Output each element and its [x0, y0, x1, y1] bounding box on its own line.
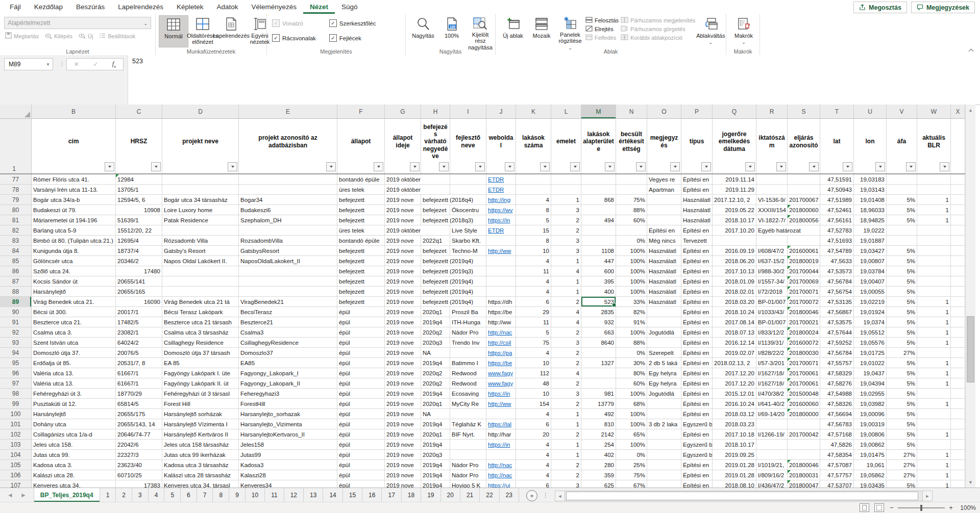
cell-P94[interactable]: Építési en: [681, 348, 713, 358]
cell-G105[interactable]: 2019 nove: [385, 460, 421, 470]
cell-R93[interactable]: I/1139/31/: [756, 338, 788, 348]
cell-T89[interactable]: 47,53135: [820, 297, 854, 307]
cell-X89[interactable]: [951, 297, 965, 307]
cell-O86[interactable]: Használatl: [647, 266, 681, 276]
cell-L89[interactable]: 2: [551, 297, 581, 307]
cell-U106[interactable]: 19,05862: [854, 470, 887, 480]
cell-K87[interactable]: 4: [516, 276, 551, 287]
cell-P87[interactable]: Építési en: [681, 276, 713, 287]
cell-S90[interactable]: 201800046: [788, 307, 820, 317]
zoom-level[interactable]: 100%: [959, 504, 976, 511]
freeze-panes-button[interactable]: ✱ Panelek rögzítése ⌄: [556, 15, 584, 47]
sheet-view-combo[interactable]: Alapértelmezett ⌄: [4, 17, 151, 29]
cell-X103[interactable]: [951, 440, 965, 450]
cell-N103[interactable]: 100%: [616, 440, 647, 450]
cell-F95[interactable]: épül: [337, 358, 385, 368]
cell-U88[interactable]: 19,00055: [854, 287, 887, 297]
cell-S78[interactable]: [788, 185, 820, 195]
cell-S98[interactable]: 201500048: [788, 389, 820, 399]
cell-B92[interactable]: Csalma utca 3.: [32, 327, 116, 338]
row-header-77[interactable]: 77: [0, 174, 32, 185]
cell-O101[interactable]: 3 db 2 laka: [647, 419, 681, 429]
row-header-107[interactable]: 107: [0, 480, 32, 488]
cell-J90[interactable]: https://be: [486, 307, 516, 317]
cell-I106[interactable]: Nádor Pro: [450, 470, 486, 480]
cell-P107[interactable]: Építési en: [681, 480, 713, 488]
cell-O103[interactable]: [647, 440, 681, 450]
cell-X98[interactable]: [951, 389, 965, 399]
cell-C97[interactable]: 61667/1: [116, 378, 162, 389]
cell-H88[interactable]: befejezett (2019q4): [421, 287, 486, 297]
cell-V79[interactable]: 5%: [887, 195, 917, 205]
cell-G104[interactable]: 2019 nove: [385, 450, 421, 460]
cell-N105[interactable]: 25%: [616, 460, 647, 470]
cell-W106[interactable]: 1: [917, 470, 951, 480]
filter-button-S[interactable]: [809, 162, 819, 171]
cell-U78[interactable]: 19,03143: [854, 185, 887, 195]
cell-L102[interactable]: 2: [551, 429, 581, 440]
cell-H85[interactable]: befejezett (2019q4): [421, 256, 486, 266]
cell-L88[interactable]: 1: [551, 287, 581, 297]
cell-U82[interactable]: 19,0222: [854, 225, 887, 236]
cell-D99[interactable]: Forest Hill: [162, 399, 239, 409]
cell-J107[interactable]: https://uj: [486, 480, 516, 488]
cell-T95[interactable]: 47,55757: [820, 358, 854, 368]
cell-U93[interactable]: 19,05576: [854, 338, 887, 348]
cell-K86[interactable]: 11: [516, 266, 551, 276]
cell-D87[interactable]: [162, 276, 239, 287]
cell-J98[interactable]: https://in: [486, 389, 516, 399]
filter-button-M[interactable]: [605, 162, 615, 171]
cell-E102[interactable]: HarsanylejtoKertvaros_II: [239, 429, 337, 440]
cell-M89[interactable]: 523: [581, 297, 616, 307]
row-header-93[interactable]: 93: [0, 338, 32, 348]
cell-N96[interactable]: 80%: [616, 368, 647, 378]
cell-W88[interactable]: [917, 287, 951, 297]
sheet-tab-13[interactable]: 13: [304, 488, 323, 502]
row-header-85[interactable]: 85: [0, 256, 32, 266]
cell-N83[interactable]: 0%: [616, 236, 647, 246]
cell-J87[interactable]: [486, 276, 516, 287]
cell-R94[interactable]: I/828/22/2: [756, 348, 788, 358]
cell-F94[interactable]: épül: [337, 348, 385, 358]
cell-U77[interactable]: 19,03183: [854, 174, 887, 185]
sheet-tab-21[interactable]: 21: [460, 488, 480, 502]
cell-H87[interactable]: befejezett (2019q4): [421, 276, 486, 287]
cell-N87[interactable]: 100%: [616, 276, 647, 287]
cell-B87[interactable]: Kocsis Sándor út: [32, 276, 116, 287]
cell-M79[interactable]: 868: [581, 195, 616, 205]
cell-D83[interactable]: Rózsadomb Villa: [162, 236, 239, 246]
cell-V77[interactable]: [887, 174, 917, 185]
cell-V99[interactable]: 5%: [887, 399, 917, 409]
cell-U85[interactable]: 19,00807: [854, 256, 887, 266]
sheet-tab-10[interactable]: 10: [246, 488, 265, 502]
cell-W79[interactable]: 1: [917, 195, 951, 205]
switch-windows-button[interactable]: Ablakváltás⌄: [696, 15, 725, 47]
cell-W94[interactable]: [917, 348, 951, 358]
cell-B105[interactable]: Kadosa utca 3.: [32, 460, 116, 470]
cell-M104[interactable]: 402: [581, 450, 616, 460]
cell-D78[interactable]: [162, 185, 239, 195]
filter-button-B[interactable]: [105, 162, 114, 171]
cell-F86[interactable]: befejezett: [337, 266, 385, 276]
filter-button-H[interactable]: [439, 162, 449, 171]
cell-V98[interactable]: 5%: [887, 389, 917, 399]
cell-X87[interactable]: [951, 276, 965, 287]
cell-I98[interactable]: Ecosaving: [450, 389, 486, 399]
cell-S77[interactable]: [788, 174, 820, 185]
cell-W86[interactable]: [917, 266, 951, 276]
cell-M78[interactable]: [581, 185, 616, 195]
cell-O96[interactable]: Egy helyra: [647, 368, 681, 378]
cell-C107[interactable]: 17383: [116, 480, 162, 488]
row-header-87[interactable]: 87: [0, 276, 32, 287]
cell-X88[interactable]: [951, 287, 965, 297]
cell-G80[interactable]: 2019 nove: [385, 205, 421, 215]
cell-I102[interactable]: BIF Nyrt.: [450, 429, 486, 440]
cell-X78[interactable]: [951, 185, 965, 195]
cell-L107[interactable]: 3: [551, 480, 581, 488]
row-header-98[interactable]: 98: [0, 389, 32, 399]
sheet-tab-3[interactable]: 3: [132, 488, 149, 502]
cell-T103[interactable]: 47,5826: [820, 440, 854, 450]
cell-B88[interactable]: Harsánylejtő: [32, 287, 116, 297]
cell-E85[interactable]: NaposOldalLakokert_II: [239, 256, 337, 266]
row-header-96[interactable]: 96: [0, 368, 32, 378]
